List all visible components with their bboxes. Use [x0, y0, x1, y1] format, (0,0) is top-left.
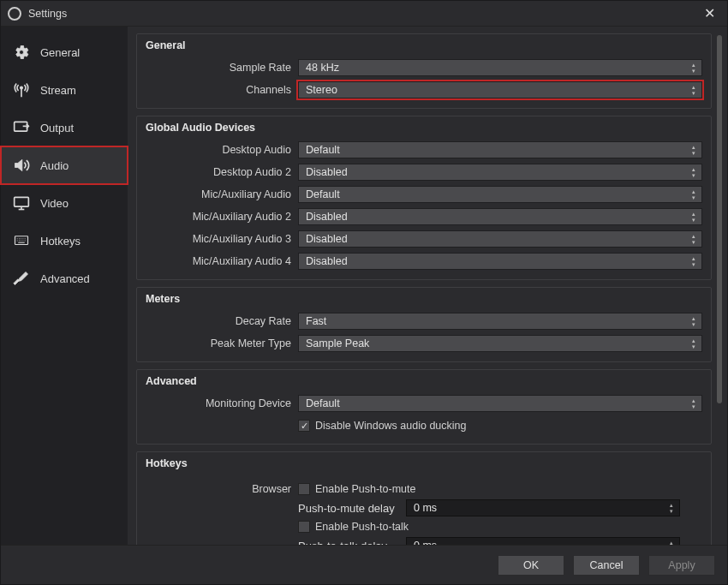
sidebar-item-label: Audio: [40, 159, 69, 172]
group-hotkeys: Hotkeys Browser Enable Push-to-mute Push…: [136, 451, 712, 545]
gear-icon: [11, 44, 32, 61]
spinner-icon: ▴▾: [688, 209, 700, 224]
ptm-delay-label: Push-to-mute delay: [298, 502, 401, 515]
channels-label: Channels: [146, 84, 293, 96]
sidebar-item-audio[interactable]: Audio: [1, 146, 128, 184]
mic1-select[interactable]: Default▴▾: [298, 186, 702, 203]
sidebar-item-advanced[interactable]: Advanced: [1, 260, 128, 297]
sidebar-item-label: General: [40, 46, 80, 59]
sidebar-item-label: Stream: [40, 84, 76, 97]
cancel-button[interactable]: Cancel: [573, 555, 640, 576]
sidebar-item-label: Advanced: [40, 272, 90, 285]
sidebar-item-label: Video: [40, 197, 69, 210]
sidebar-item-video[interactable]: Video: [1, 184, 128, 222]
spinner-icon: ▴▾: [688, 142, 700, 158]
desktop-audio-label: Desktop Audio: [146, 144, 293, 156]
disable-ducking-check[interactable]: ✓ Disable Windows audio ducking: [298, 416, 466, 435]
desktop-audio2-label: Desktop Audio 2: [146, 166, 293, 178]
monitor-icon: [11, 194, 32, 212]
push-to-mute-check[interactable]: Enable Push-to-mute: [298, 480, 415, 498]
content-pane: General Sample Rate 48 kHz ▴▾ Channels S…: [128, 27, 727, 545]
output-icon: [11, 119, 32, 136]
settings-window: Settings ✕ General Stream Output: [0, 0, 728, 585]
ptt-delay-input[interactable]: 0 ms ▴▾: [406, 537, 680, 545]
decay-rate-label: Decay Rate: [146, 315, 293, 327]
sidebar-item-general[interactable]: General: [1, 33, 128, 71]
push-to-mute-label: Enable Push-to-mute: [315, 483, 415, 495]
group-global-audio: Global Audio Devices Desktop Audio Defau…: [136, 116, 712, 280]
antenna-icon: [11, 81, 32, 98]
scrollbar[interactable]: [717, 35, 722, 403]
spinner-icon: ▴▾: [688, 254, 700, 269]
obs-icon: [8, 7, 21, 21]
ok-button[interactable]: OK: [498, 555, 564, 576]
mic3-select[interactable]: Disabled▴▾: [298, 230, 702, 248]
spinner-icon: ▴▾: [688, 336, 700, 351]
browser-label: Browser: [146, 483, 293, 495]
spinner-icon: ▴▾: [665, 500, 677, 516]
tools-icon: [11, 270, 32, 287]
push-to-talk-check[interactable]: Enable Push-to-talk: [298, 517, 409, 536]
group-general: General Sample Rate 48 kHz ▴▾ Channels S…: [136, 33, 712, 109]
svg-rect-2: [15, 197, 29, 206]
apply-button: Apply: [648, 555, 715, 576]
mic2-label: Mic/Auxiliary Audio 2: [146, 211, 293, 223]
mic4-label: Mic/Auxiliary Audio 4: [146, 255, 293, 267]
sidebar-item-label: Hotkeys: [40, 235, 81, 248]
spinner-icon: ▴▾: [688, 60, 700, 75]
sidebar-item-label: Output: [40, 122, 74, 134]
window-title: Settings: [28, 8, 67, 20]
mic3-label: Mic/Auxiliary Audio 3: [146, 233, 293, 245]
sample-rate-select[interactable]: 48 kHz ▴▾: [298, 59, 702, 76]
peak-meter-label: Peak Meter Type: [146, 337, 293, 349]
sidebar-item-stream[interactable]: Stream: [1, 71, 128, 109]
sidebar: General Stream Output Audio: [1, 27, 128, 545]
speaker-icon: [11, 157, 32, 174]
sample-rate-value: 48 kHz: [306, 62, 339, 74]
spinner-icon: ▴▾: [688, 187, 700, 202]
ptm-delay-input[interactable]: 0 ms ▴▾: [406, 499, 680, 516]
desktop-audio2-select[interactable]: Disabled▴▾: [298, 164, 702, 181]
group-title-advanced: Advanced: [146, 375, 702, 387]
group-advanced: Advanced Monitoring Device Default▴▾ ✓ D…: [136, 369, 712, 445]
decay-rate-select[interactable]: Fast▴▾: [298, 313, 702, 330]
disable-ducking-label: Disable Windows audio ducking: [315, 420, 466, 432]
spinner-icon: ▴▾: [688, 313, 700, 329]
group-title-general: General: [146, 39, 702, 51]
channels-value: Stereo: [306, 84, 337, 96]
spinner-icon: ▴▾: [665, 538, 677, 545]
sample-rate-label: Sample Rate: [146, 62, 293, 74]
spinner-icon: ▴▾: [688, 231, 700, 247]
desktop-audio-select[interactable]: Default▴▾: [298, 141, 702, 158]
monitoring-device-select[interactable]: Default▴▾: [298, 395, 702, 412]
mic1-label: Mic/Auxiliary Audio: [146, 188, 293, 200]
spinner-icon: ▴▾: [688, 164, 700, 180]
sidebar-item-output[interactable]: Output: [1, 109, 128, 146]
checkbox-icon: [298, 521, 310, 533]
mic2-select[interactable]: Disabled▴▾: [298, 208, 702, 225]
spinner-icon: ▴▾: [688, 396, 700, 411]
checkbox-icon: [298, 483, 310, 495]
spinner-icon: ▴▾: [688, 82, 700, 98]
group-meters: Meters Decay Rate Fast▴▾ Peak Meter Type…: [136, 287, 712, 362]
footer: OK Cancel Apply: [1, 545, 727, 584]
keyboard-icon: [11, 232, 32, 249]
body-area: General Stream Output Audio: [1, 27, 727, 545]
titlebar: Settings ✕: [1, 1, 727, 27]
mic4-select[interactable]: Disabled▴▾: [298, 253, 702, 270]
sidebar-item-hotkeys[interactable]: Hotkeys: [1, 222, 128, 260]
group-title-meters: Meters: [146, 293, 702, 305]
monitoring-device-label: Monitoring Device: [146, 397, 293, 409]
checkbox-checked-icon: ✓: [298, 420, 310, 432]
close-button[interactable]: ✕: [699, 5, 720, 21]
push-to-talk-label: Enable Push-to-talk: [315, 521, 409, 533]
channels-select[interactable]: Stereo ▴▾: [298, 81, 702, 98]
group-title-hotkeys: Hotkeys: [146, 457, 702, 469]
peak-meter-select[interactable]: Sample Peak▴▾: [298, 335, 702, 352]
group-title-global-audio: Global Audio Devices: [146, 122, 702, 134]
